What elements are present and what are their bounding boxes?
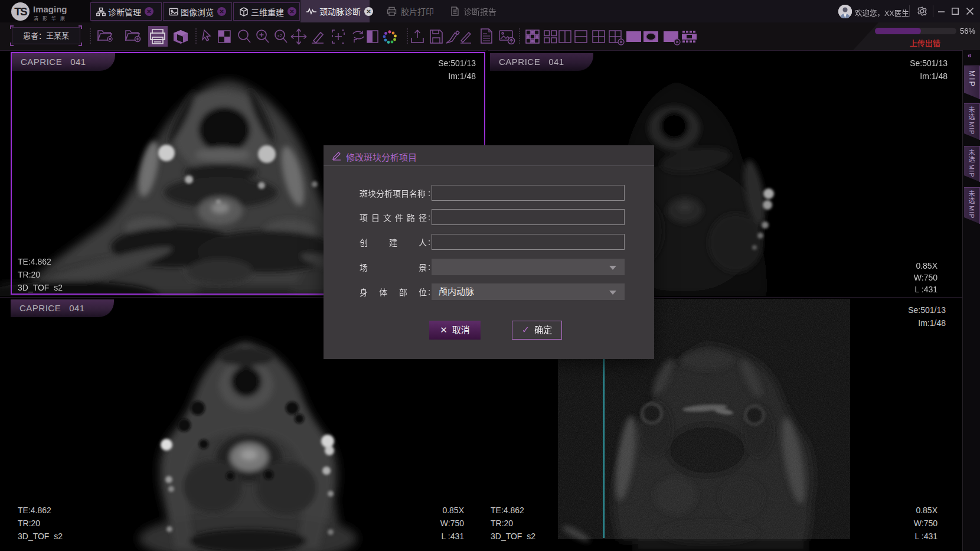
svg-text:x2: x2 (277, 33, 283, 38)
